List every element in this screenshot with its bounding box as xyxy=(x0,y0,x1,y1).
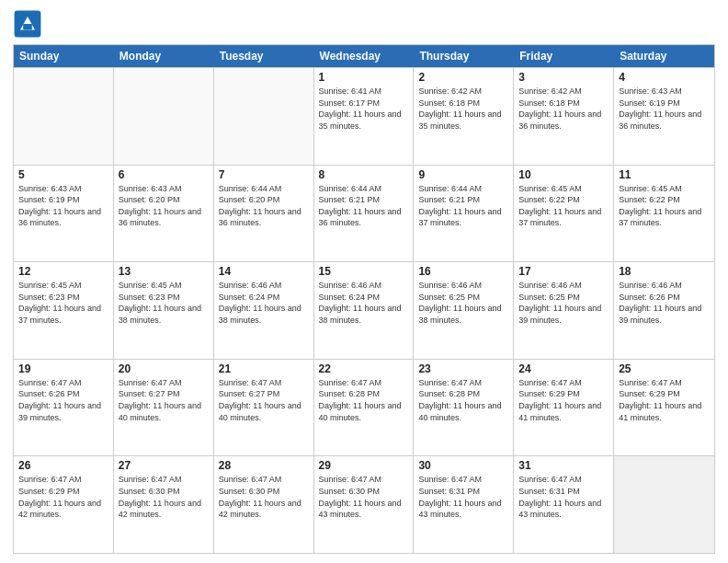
cell-info: Sunrise: 6:47 AMSunset: 6:29 PMDaylight:… xyxy=(619,377,710,423)
table-row: 21Sunrise: 6:47 AMSunset: 6:27 PMDayligh… xyxy=(214,360,314,456)
cell-info: Sunrise: 6:42 AMSunset: 6:18 PMDaylight:… xyxy=(518,86,609,132)
cal-header-cell: Monday xyxy=(114,45,214,67)
calendar-row: 12Sunrise: 6:45 AMSunset: 6:23 PMDayligh… xyxy=(14,261,714,359)
cal-header-cell: Thursday xyxy=(414,45,514,67)
cell-info: Sunrise: 6:47 AMSunset: 6:30 PMDaylight:… xyxy=(219,474,309,520)
calendar-row: 5Sunrise: 6:43 AMSunset: 6:19 PMDaylight… xyxy=(14,165,714,262)
cell-info: Sunrise: 6:47 AMSunset: 6:26 PMDaylight:… xyxy=(18,377,108,423)
cell-info: Sunrise: 6:47 AMSunset: 6:27 PMDaylight:… xyxy=(219,377,309,423)
logo-icon xyxy=(13,9,42,39)
cell-info: Sunrise: 6:45 AMSunset: 6:23 PMDaylight:… xyxy=(119,280,209,326)
cell-info: Sunrise: 6:47 AMSunset: 6:30 PMDaylight:… xyxy=(119,474,209,520)
day-number: 3 xyxy=(518,71,609,84)
cell-info: Sunrise: 6:46 AMSunset: 6:25 PMDaylight:… xyxy=(518,280,609,326)
day-number: 23 xyxy=(418,362,508,375)
cell-info: Sunrise: 6:47 AMSunset: 6:31 PMDaylight:… xyxy=(418,474,508,520)
day-number: 17 xyxy=(518,265,609,278)
day-number: 18 xyxy=(619,265,710,278)
cell-info: Sunrise: 6:46 AMSunset: 6:24 PMDaylight:… xyxy=(219,280,309,326)
calendar-body: 1Sunrise: 6:41 AMSunset: 6:17 PMDaylight… xyxy=(14,67,714,553)
day-number: 9 xyxy=(418,168,508,181)
svg-rect-2 xyxy=(23,24,32,29)
day-number: 24 xyxy=(518,362,609,375)
cell-info: Sunrise: 6:45 AMSunset: 6:22 PMDaylight:… xyxy=(619,183,710,229)
day-number: 1 xyxy=(319,71,409,84)
day-number: 27 xyxy=(119,459,209,472)
day-number: 6 xyxy=(119,168,209,181)
cell-info: Sunrise: 6:45 AMSunset: 6:23 PMDaylight:… xyxy=(18,280,108,326)
day-number: 11 xyxy=(619,168,710,181)
cell-info: Sunrise: 6:47 AMSunset: 6:30 PMDaylight:… xyxy=(319,474,409,520)
cell-info: Sunrise: 6:46 AMSunset: 6:26 PMDaylight:… xyxy=(619,280,710,326)
table-row: 23Sunrise: 6:47 AMSunset: 6:28 PMDayligh… xyxy=(414,360,514,456)
day-number: 5 xyxy=(18,168,108,181)
table-row: 30Sunrise: 6:47 AMSunset: 6:31 PMDayligh… xyxy=(414,456,514,553)
table-row: 19Sunrise: 6:47 AMSunset: 6:26 PMDayligh… xyxy=(14,360,114,456)
calendar-row: 26Sunrise: 6:47 AMSunset: 6:29 PMDayligh… xyxy=(14,455,714,553)
cell-info: Sunrise: 6:41 AMSunset: 6:17 PMDaylight:… xyxy=(319,86,409,132)
cell-info: Sunrise: 6:47 AMSunset: 6:31 PMDaylight:… xyxy=(518,474,609,520)
day-number: 4 xyxy=(619,71,710,84)
table-row: 16Sunrise: 6:46 AMSunset: 6:25 PMDayligh… xyxy=(414,262,514,359)
table-row: 11Sunrise: 6:45 AMSunset: 6:22 PMDayligh… xyxy=(614,166,714,262)
day-number: 29 xyxy=(319,459,409,472)
cell-info: Sunrise: 6:43 AMSunset: 6:19 PMDaylight:… xyxy=(18,183,108,229)
table-row: 6Sunrise: 6:43 AMSunset: 6:20 PMDaylight… xyxy=(114,166,214,262)
table-row: 18Sunrise: 6:46 AMSunset: 6:26 PMDayligh… xyxy=(614,262,714,359)
table-row: 26Sunrise: 6:47 AMSunset: 6:29 PMDayligh… xyxy=(14,456,114,553)
table-row: 3Sunrise: 6:42 AMSunset: 6:18 PMDaylight… xyxy=(514,68,614,165)
table-row: 2Sunrise: 6:42 AMSunset: 6:18 PMDaylight… xyxy=(414,68,514,165)
cell-info: Sunrise: 6:46 AMSunset: 6:24 PMDaylight:… xyxy=(319,280,409,326)
table-row xyxy=(614,456,714,553)
day-number: 7 xyxy=(219,168,309,181)
table-row: 22Sunrise: 6:47 AMSunset: 6:28 PMDayligh… xyxy=(314,360,415,456)
day-number: 8 xyxy=(319,168,409,181)
table-row: 29Sunrise: 6:47 AMSunset: 6:30 PMDayligh… xyxy=(314,456,415,553)
cell-info: Sunrise: 6:46 AMSunset: 6:25 PMDaylight:… xyxy=(418,280,508,326)
calendar-header: SundayMondayTuesdayWednesdayThursdayFrid… xyxy=(14,45,714,67)
day-number: 13 xyxy=(119,265,209,278)
calendar-row: 1Sunrise: 6:41 AMSunset: 6:17 PMDaylight… xyxy=(14,67,714,165)
table-row: 9Sunrise: 6:44 AMSunset: 6:21 PMDaylight… xyxy=(414,166,514,262)
table-row: 12Sunrise: 6:45 AMSunset: 6:23 PMDayligh… xyxy=(14,262,114,359)
table-row: 15Sunrise: 6:46 AMSunset: 6:24 PMDayligh… xyxy=(314,262,415,359)
cell-info: Sunrise: 6:44 AMSunset: 6:20 PMDaylight:… xyxy=(219,183,309,229)
table-row xyxy=(114,68,214,165)
day-number: 31 xyxy=(518,459,609,472)
day-number: 16 xyxy=(418,265,508,278)
cell-info: Sunrise: 6:43 AMSunset: 6:20 PMDaylight:… xyxy=(119,183,209,229)
day-number: 22 xyxy=(319,362,409,375)
day-number: 12 xyxy=(18,265,108,278)
table-row: 31Sunrise: 6:47 AMSunset: 6:31 PMDayligh… xyxy=(514,456,614,553)
cell-info: Sunrise: 6:43 AMSunset: 6:19 PMDaylight:… xyxy=(619,86,710,132)
cell-info: Sunrise: 6:44 AMSunset: 6:21 PMDaylight:… xyxy=(418,183,508,229)
header xyxy=(13,9,715,39)
table-row: 4Sunrise: 6:43 AMSunset: 6:19 PMDaylight… xyxy=(614,68,714,165)
logo xyxy=(13,9,46,39)
cell-info: Sunrise: 6:47 AMSunset: 6:28 PMDaylight:… xyxy=(418,377,508,423)
table-row: 24Sunrise: 6:47 AMSunset: 6:29 PMDayligh… xyxy=(514,360,614,456)
day-number: 10 xyxy=(518,168,609,181)
table-row xyxy=(14,68,114,165)
cal-header-cell: Friday xyxy=(514,45,614,67)
day-number: 30 xyxy=(418,459,508,472)
calendar-row: 19Sunrise: 6:47 AMSunset: 6:26 PMDayligh… xyxy=(14,359,714,456)
cell-info: Sunrise: 6:47 AMSunset: 6:27 PMDaylight:… xyxy=(119,377,209,423)
day-number: 14 xyxy=(219,265,309,278)
cell-info: Sunrise: 6:42 AMSunset: 6:18 PMDaylight:… xyxy=(418,86,508,132)
table-row xyxy=(214,68,314,165)
day-number: 2 xyxy=(418,71,508,84)
cal-header-cell: Saturday xyxy=(614,45,714,67)
day-number: 26 xyxy=(18,459,108,472)
cal-header-cell: Tuesday xyxy=(214,45,314,67)
day-number: 21 xyxy=(219,362,309,375)
table-row: 5Sunrise: 6:43 AMSunset: 6:19 PMDaylight… xyxy=(14,166,114,262)
table-row: 10Sunrise: 6:45 AMSunset: 6:22 PMDayligh… xyxy=(514,166,614,262)
day-number: 28 xyxy=(219,459,309,472)
table-row: 1Sunrise: 6:41 AMSunset: 6:17 PMDaylight… xyxy=(314,68,415,165)
table-row: 27Sunrise: 6:47 AMSunset: 6:30 PMDayligh… xyxy=(114,456,214,553)
table-row: 20Sunrise: 6:47 AMSunset: 6:27 PMDayligh… xyxy=(114,360,214,456)
day-number: 15 xyxy=(319,265,409,278)
cell-info: Sunrise: 6:47 AMSunset: 6:29 PMDaylight:… xyxy=(18,474,108,520)
table-row: 25Sunrise: 6:47 AMSunset: 6:29 PMDayligh… xyxy=(614,360,714,456)
